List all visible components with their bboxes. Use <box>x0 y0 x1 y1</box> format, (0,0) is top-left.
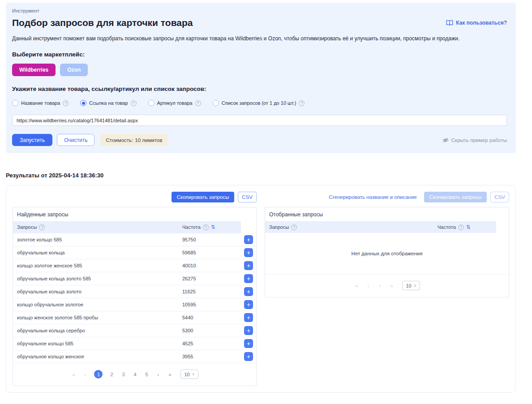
help-icon[interactable]: ? <box>195 100 201 106</box>
column-label: Частота <box>182 224 201 230</box>
found-queries-table: Найденные запросы Запросы ? Частота ? ⇅ … <box>13 207 257 386</box>
table-row: обручальные кольца серебро 5300 + <box>13 324 256 337</box>
help-icon[interactable]: ? <box>63 100 69 106</box>
table-row: кольцо золотое женское 585 40010 + <box>13 259 256 272</box>
first-page-icon[interactable]: « <box>71 372 76 377</box>
help-icon[interactable]: ? <box>299 100 305 106</box>
copy-queries-button[interactable]: Скопировать запросы <box>172 192 235 202</box>
column-header-frequency[interactable]: Частота ? ⇅ <box>178 221 241 233</box>
generate-title-description-link[interactable]: Сгенерировать название и описание <box>329 194 417 200</box>
sort-icon[interactable]: ⇅ <box>466 224 471 230</box>
help-icon[interactable]: ? <box>458 224 464 230</box>
empty-state: Нет данных для отображения <box>265 233 509 274</box>
csv-export-button[interactable]: CSV <box>238 192 257 202</box>
frequency-cell: 3955 <box>178 354 241 359</box>
hide-example-label: Скрыть пример работы <box>451 138 507 143</box>
tool-description: Данный инструмент поможет вам подобрать … <box>12 35 507 42</box>
found-controls: Скопировать запросы CSV <box>13 192 257 202</box>
marketplace-wildberries-button[interactable]: Wildberries <box>12 64 56 76</box>
selected-queries-column: Сгенерировать название и описание Скопир… <box>265 192 509 297</box>
first-page-icon[interactable]: « <box>354 283 359 288</box>
page-2-button[interactable]: 2 <box>109 372 114 377</box>
radio-icon <box>148 100 154 106</box>
frequency-cell: 10595 <box>178 302 241 307</box>
results-panel: Скопировать запросы CSV Найденные запрос… <box>6 185 516 393</box>
radio-checked-icon <box>80 100 86 106</box>
column-label: Запросы <box>269 224 289 230</box>
clear-button[interactable]: Очистить <box>57 134 94 146</box>
prev-page-icon[interactable]: ‹ <box>365 283 371 288</box>
copy-selected-queries-button[interactable]: Скопировать запросы <box>424 192 487 202</box>
column-header-frequency[interactable]: Частота ? ⇅ <box>433 221 496 233</box>
page-3-button[interactable]: 3 <box>120 372 126 377</box>
frequency-cell: 5440 <box>178 315 241 320</box>
next-page-icon[interactable]: › <box>155 372 161 377</box>
table-row: обручальное кольцо 585 4525 + <box>13 337 256 350</box>
product-url-input[interactable] <box>12 115 507 126</box>
column-header-action <box>496 221 509 233</box>
last-page-icon[interactable]: » <box>389 283 394 288</box>
marketplace-buttons: Wildberries Ozon <box>12 64 507 76</box>
radio-icon <box>12 100 18 106</box>
csv-export-selected-button[interactable]: CSV <box>490 192 509 202</box>
page-1-button[interactable]: 1 <box>94 370 103 378</box>
results-title: Результаты от 2025-04-14 18:36:30 <box>6 172 516 179</box>
page-4-button[interactable]: 4 <box>132 372 137 377</box>
add-query-button[interactable]: + <box>244 326 253 335</box>
chevron-down-icon: ∨ <box>192 372 195 376</box>
book-icon <box>446 20 453 26</box>
add-query-button[interactable]: + <box>244 313 253 322</box>
radio-query-list[interactable]: Список запросов (от 1 до 10 шт.) ? <box>213 100 305 106</box>
radio-label: Ссылка на товар <box>89 100 128 106</box>
query-cell: обручальное кольцо 585 <box>13 341 178 346</box>
selected-pagination: « ‹ › » 10 ∨ <box>265 274 509 297</box>
add-query-button[interactable]: + <box>244 274 253 283</box>
help-icon[interactable]: ? <box>39 224 45 230</box>
last-page-icon[interactable]: » <box>167 372 172 377</box>
radio-label: Список запросов (от 1 до 10 шт.) <box>222 100 296 106</box>
help-icon[interactable]: ? <box>291 224 297 230</box>
add-query-button[interactable]: + <box>244 352 253 361</box>
radio-product-article[interactable]: Артикул товара ? <box>148 100 201 106</box>
help-icon[interactable]: ? <box>203 224 209 230</box>
radio-label: Артикул товара <box>157 100 193 106</box>
page-size-select[interactable]: 10 ∨ <box>180 370 198 379</box>
table-row: обручальные кольца 59685 + <box>13 246 256 259</box>
radio-product-link[interactable]: Ссылка на товар ? <box>80 100 136 106</box>
table-row: кольцо женское золотое 585 пробы 5440 + <box>13 311 256 324</box>
next-page-icon[interactable]: › <box>377 283 382 288</box>
selected-table-title: Отобранные запросы <box>265 207 509 221</box>
actions-row: Запустить Очистить Стоимость: 10 лимитов… <box>12 134 507 146</box>
how-to-use-link[interactable]: Как пользоваться? <box>446 20 507 26</box>
query-cell: обручальные кольца серебро <box>13 328 178 333</box>
cost-label: Стоимость: <box>106 138 133 143</box>
hide-example-toggle[interactable]: Скрыть пример работы <box>442 137 507 143</box>
add-query-button[interactable]: + <box>244 261 253 270</box>
sort-icon[interactable]: ⇅ <box>211 224 215 230</box>
help-icon[interactable]: ? <box>131 100 137 106</box>
radio-product-name[interactable]: Название товара ? <box>12 100 69 106</box>
breadcrumb: Инструмент <box>12 8 507 13</box>
title-row: Подбор запросов для карточки товара Как … <box>12 17 507 28</box>
page: Инструмент Подбор запросов для карточки … <box>6 0 516 393</box>
add-query-button[interactable]: + <box>244 287 253 296</box>
prev-page-icon[interactable]: ‹ <box>82 372 88 377</box>
selected-table-header: Запросы ? Частота ? ⇅ <box>265 221 509 233</box>
page-size-select[interactable]: 10 ∨ <box>402 281 420 290</box>
frequency-cell: 95750 <box>178 237 241 242</box>
page-size-value: 10 <box>184 372 189 377</box>
add-query-button[interactable]: + <box>244 339 253 348</box>
add-query-button[interactable]: + <box>244 300 253 309</box>
page-5-button[interactable]: 5 <box>144 372 149 377</box>
frequency-cell: 11625 <box>178 289 241 294</box>
column-label: Запросы <box>17 224 37 230</box>
run-button[interactable]: Запустить <box>12 134 52 146</box>
add-query-button[interactable]: + <box>244 248 253 257</box>
add-query-button[interactable]: + <box>244 235 253 244</box>
frequency-cell: 4525 <box>178 341 241 346</box>
table-row: обручальные кольца золото 11625 + <box>13 285 256 298</box>
column-label: Частота <box>438 224 456 230</box>
column-header-queries: Запросы ? <box>13 221 178 233</box>
table-row: обручальные кольца золото 585 26275 + <box>13 272 256 285</box>
marketplace-ozon-button[interactable]: Ozon <box>60 64 88 76</box>
